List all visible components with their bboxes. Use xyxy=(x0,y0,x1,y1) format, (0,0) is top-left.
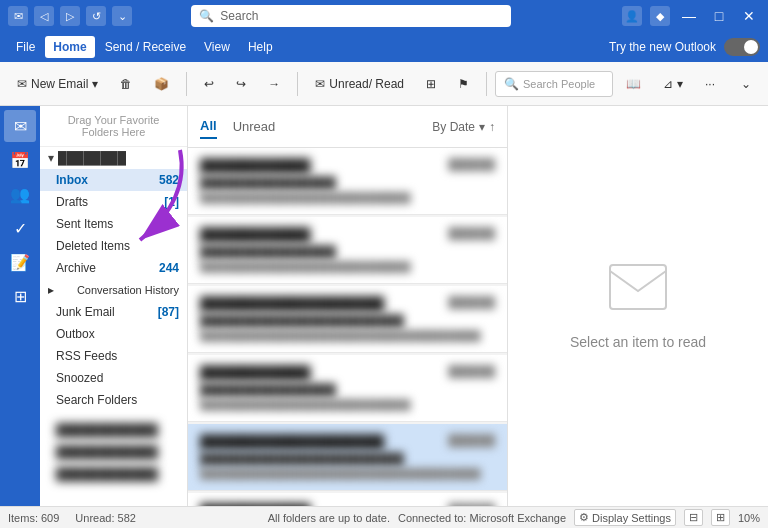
redo-button[interactable]: ↪ xyxy=(227,72,255,96)
diamond-icon[interactable]: ◆ xyxy=(650,6,670,26)
unread-read-label: Unread/ Read xyxy=(329,77,404,91)
folder-extra-2[interactable]: ████████████ xyxy=(40,441,187,463)
flag-button[interactable]: ⚑ xyxy=(449,72,478,96)
search-people-icon: 🔍 xyxy=(504,77,519,91)
apps-rail-icon[interactable]: ⊞ xyxy=(4,280,36,312)
email-item[interactable]: ████████████ ██████ ████████████████ ███… xyxy=(188,493,507,506)
account-icon[interactable]: 👤 xyxy=(622,6,642,26)
calendar-rail-icon[interactable]: 📅 xyxy=(4,144,36,176)
new-email-button[interactable]: ✉ New Email ▾ xyxy=(8,72,107,96)
search-people-input[interactable]: 🔍 Search People xyxy=(495,71,613,97)
email-item[interactable]: ████████████████████ ██████ ████████████… xyxy=(188,286,507,353)
archive-icon: 📦 xyxy=(154,77,169,91)
undo-icon: ↩ xyxy=(204,77,214,91)
email-item[interactable]: ████████████ ██████ ████████████████ ███… xyxy=(188,355,507,422)
email-sort[interactable]: By Date ▾ ↑ xyxy=(432,120,495,134)
archive-button[interactable]: 📦 xyxy=(145,72,178,96)
forward-icon[interactable]: ▷ xyxy=(60,6,80,26)
filter-button[interactable]: ⊿▾ xyxy=(654,72,692,96)
sender: ████████████████████ xyxy=(200,296,384,311)
tab-all[interactable]: All xyxy=(200,114,217,139)
folder-junk[interactable]: Junk Email [87] xyxy=(40,301,187,323)
time: ██████ xyxy=(448,434,495,449)
inbox-badge: 582 xyxy=(159,173,179,187)
folder-extra-1-label: ████████████ xyxy=(56,423,158,437)
new-email-icon: ✉ xyxy=(17,77,27,91)
time: ██████ xyxy=(448,503,495,506)
select-item-text: Select an item to read xyxy=(570,334,706,350)
display-settings-button[interactable]: ⚙ Display Settings xyxy=(574,509,676,526)
try-outlook-label: Try the new Outlook xyxy=(609,40,716,54)
sender: ████████████ xyxy=(200,503,311,506)
email-item[interactable]: ████████████ ██████ ████████████████ ███… xyxy=(188,148,507,215)
email-items: ████████████ ██████ ████████████████ ███… xyxy=(188,148,507,506)
folder-deleted[interactable]: Deleted Items xyxy=(40,235,187,257)
tab-unread[interactable]: Unread xyxy=(233,115,276,138)
view-button[interactable]: ⊞ xyxy=(417,72,445,96)
expand-button[interactable]: ⌄ xyxy=(732,72,760,96)
view-icon: ⊞ xyxy=(426,77,436,91)
try-outlook-toggle[interactable] xyxy=(724,38,760,56)
maximize-button[interactable]: □ xyxy=(708,5,730,27)
close-button[interactable]: ✕ xyxy=(738,5,760,27)
folder-archive[interactable]: Archive 244 xyxy=(40,257,187,279)
people-rail-icon[interactable]: 👥 xyxy=(4,178,36,210)
redo-icon: ↪ xyxy=(236,77,246,91)
time: ██████ xyxy=(448,296,495,311)
menu-help[interactable]: Help xyxy=(240,36,281,58)
view-mode-button-1[interactable]: ⊟ xyxy=(684,509,703,526)
minimize-button[interactable]: — xyxy=(678,5,700,27)
items-count: Items: 609 xyxy=(8,512,59,524)
delete-button[interactable]: 🗑 xyxy=(111,72,141,96)
folder-extra-1[interactable]: ████████████ xyxy=(40,419,187,441)
mail-rail-icon[interactable]: ✉ xyxy=(4,110,36,142)
view-mode-button-2[interactable]: ⊞ xyxy=(711,509,730,526)
folder-sent[interactable]: Sent Items xyxy=(40,213,187,235)
email-item-selected[interactable]: ████████████████████ ██████ ████████████… xyxy=(188,424,507,491)
menu-view[interactable]: View xyxy=(196,36,238,58)
notes-rail-icon[interactable]: 📝 xyxy=(4,246,36,278)
display-settings-icon: ⚙ xyxy=(579,511,589,524)
folder-drafts[interactable]: Drafts [1] xyxy=(40,191,187,213)
folder-search-folders[interactable]: Search Folders xyxy=(40,389,187,411)
folder-conversation[interactable]: ▸ Conversation History xyxy=(40,279,187,301)
sender: ████████████ xyxy=(200,227,311,242)
title-search-bar[interactable]: 🔍 Search xyxy=(191,5,511,27)
folder-extra-3[interactable]: ████████████ xyxy=(40,463,187,485)
main-layout: ✉ 📅 👥 ✓ 📝 ⊞ Drag Your Favorite Folders H… xyxy=(0,106,768,506)
folder-section-header[interactable]: ▾ ████████ xyxy=(40,147,187,169)
email-list: All Unread By Date ▾ ↑ ████████████ ████… xyxy=(188,106,508,506)
sort-direction-icon[interactable]: ↑ xyxy=(489,120,495,134)
outbox-label: Outbox xyxy=(56,327,95,341)
search-text: Search xyxy=(220,9,258,23)
subject: ████████████████ xyxy=(200,245,495,259)
refresh-icon[interactable]: ↺ xyxy=(86,6,106,26)
unread-read-button[interactable]: ✉ Unread/ Read xyxy=(306,72,413,96)
drag-favorite-area: Drag Your Favorite Folders Here xyxy=(40,106,187,147)
menu-home[interactable]: Home xyxy=(45,36,94,58)
undo-button[interactable]: ↩ xyxy=(195,72,223,96)
subject: ████████████████ xyxy=(200,176,495,190)
forward-button[interactable]: → xyxy=(259,72,289,96)
folder-inbox[interactable]: Inbox 582 xyxy=(40,169,187,191)
new-email-dropdown-icon[interactable]: ▾ xyxy=(92,77,98,91)
folder-outbox[interactable]: Outbox xyxy=(40,323,187,345)
folder-rss[interactable]: RSS Feeds xyxy=(40,345,187,367)
tasks-rail-icon[interactable]: ✓ xyxy=(4,212,36,244)
back-icon[interactable]: ◁ xyxy=(34,6,54,26)
preview: ███████████████████████████ xyxy=(200,399,495,411)
reading-pane: Select an item to read xyxy=(508,106,768,506)
email-item[interactable]: ████████████ ██████ ████████████████ ███… xyxy=(188,217,507,284)
sender: ████████████████████ xyxy=(200,434,384,449)
unread-count: Unread: 582 xyxy=(75,512,136,524)
menu-file[interactable]: File xyxy=(8,36,43,58)
menu-send-receive[interactable]: Send / Receive xyxy=(97,36,194,58)
filter-icon: ⊿ xyxy=(663,77,673,91)
address-book-button[interactable]: 📖 xyxy=(617,72,650,96)
connected-status: Connected to: Microsoft Exchange xyxy=(398,512,566,524)
more-button[interactable]: ··· xyxy=(696,72,724,96)
time: ██████ xyxy=(448,227,495,242)
custom-icon[interactable]: ⌄ xyxy=(112,6,132,26)
folder-snoozed[interactable]: Snoozed xyxy=(40,367,187,389)
search-icon: 🔍 xyxy=(199,9,214,23)
